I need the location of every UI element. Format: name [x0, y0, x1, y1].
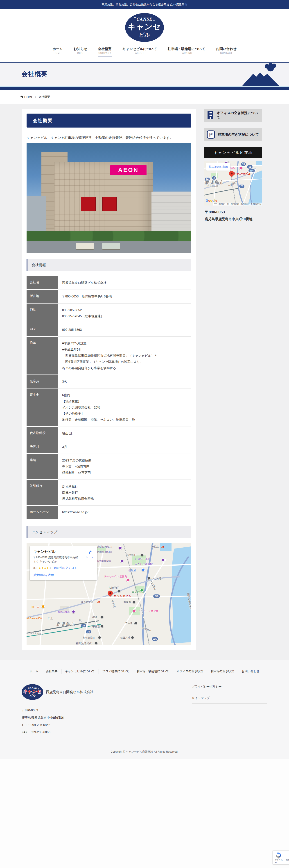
nav-item-company[interactable]: 会社概要COMPANY — [98, 47, 112, 57]
office-vacancy-button[interactable]: オフィスの空き状況について — [204, 108, 262, 122]
footer-nav: ホーム会社概要キャンセビルについてフロア構成について駐車場・駐輪場についてオフィ… — [0, 669, 289, 674]
expand-map-link[interactable]: 拡大地図を表示 — [33, 573, 94, 577]
map-label: かごしま水族館 — [135, 562, 153, 566]
copyright: Copyright © キャンセビル商業施設 All Rights Reserv… — [0, 750, 289, 754]
logo-en-row: CANSE — [134, 17, 155, 22]
reviews-link[interactable]: 108 件のクチコミ — [53, 566, 77, 570]
footer-left: CANSE キャンセ ビル 西鹿児島東口開発ビル株式会社 〒890-0053 鹿… — [22, 684, 94, 736]
map-poi-icon — [126, 579, 130, 582]
building-photo: AEON — [27, 143, 191, 253]
footer-link[interactable]: 駐車場の空き状況 — [207, 669, 238, 674]
nav-item-about[interactable]: キャンセビルについてABOUT — [122, 47, 157, 57]
map-label: 長島美術館 — [58, 611, 70, 614]
row-value: 鹿児島銀行南日本銀行鹿児島相互信用金庫他 — [58, 480, 191, 506]
recaptcha-icon — [275, 852, 282, 859]
home-icon — [20, 96, 23, 98]
footer: ホーム会社概要キャンセビルについてフロア構成について駐車場・駐輪場についてオフィ… — [0, 660, 289, 759]
map-label: 10 — [241, 162, 246, 166]
footer-link[interactable]: オフィスの空き状況 — [173, 669, 207, 674]
map-label: 武 — [79, 619, 82, 622]
footer-postal: 〒890-0053 — [22, 707, 94, 714]
map-card-address-line1: 〒890-0053 鹿児島県鹿児島市中央町 — [33, 556, 78, 559]
map-label: 中洲通 — [92, 625, 100, 628]
map-label: 鹿児島市城山 — [97, 545, 112, 548]
recaptcha-badge[interactable]: プライバシー - 利用規約 — [273, 851, 289, 864]
star-icons: ★★★★★ — [38, 566, 51, 570]
site-logo[interactable]: CANSE キャンセ ビル — [125, 13, 164, 42]
map-poi-icon — [239, 166, 243, 170]
privacy-policy-link[interactable]: プライバシーポリシー — [192, 685, 267, 692]
row-value: 西鹿児島東口開発ビル株式会社 — [58, 276, 191, 290]
bottom-spacer — [0, 759, 289, 868]
breadcrumb-separator: > — [35, 95, 37, 99]
row-label: FAX — [27, 323, 58, 337]
photo-banner — [102, 197, 117, 211]
logo-bracket-icon — [134, 17, 136, 20]
footer-link[interactable]: ホーム — [26, 669, 42, 674]
top-tagline-bar: 商業施設、業務施設、公共公益施設からなる複合用途ビル-鹿児島市 — [0, 0, 289, 9]
row-label: 代表取締役 — [27, 427, 58, 440]
main-card: 会社概要 キャンセビル、キャンセ駐車場の管理運営、不動産の維持管理、管理組合代行… — [22, 108, 196, 650]
table-row: 取引銀行鹿児島銀行南日本銀行鹿児島相互信用金庫他 — [27, 480, 191, 506]
footer-company-name: 西鹿児島東口開発ビル株式会社 — [46, 690, 94, 694]
photo-banner — [81, 197, 96, 211]
nav-item-contact[interactable]: お問い合わせCONTACT — [216, 47, 237, 57]
breadcrumb-home-label: HOME — [24, 95, 33, 99]
map-label: 荒田八幡 — [120, 636, 130, 639]
map-label: 58 — [247, 165, 253, 169]
map-poi-icon — [98, 636, 101, 639]
access-map[interactable]: キャンセビル 〒890-0053 鹿児島県鹿児島市中央町 １０ キャンセ ビル … — [27, 543, 191, 645]
building-icon — [207, 111, 214, 120]
map-label: 3 — [212, 176, 216, 180]
terms-link[interactable]: 利用規約 — [231, 203, 239, 206]
main-nav: ホームHOMEお知らせINFO会社概要COMPANYキャンセビルについてABOU… — [52, 47, 237, 57]
map-label: 市立病院前 — [82, 636, 95, 639]
breadcrumb-home-link[interactable]: HOME — [20, 95, 33, 99]
map-label: 鹿児島中央 — [81, 600, 93, 603]
map-label: 水族館口 — [127, 553, 137, 557]
footer-link[interactable]: 会社概要 — [42, 669, 61, 674]
map-label: 都通 — [92, 616, 97, 619]
table-row: 従業員3名 — [27, 375, 191, 389]
map-label: 鹿児島 — [151, 545, 159, 548]
footer-link[interactable]: 駐車場・駐輪場について — [133, 669, 173, 674]
footer-link[interactable]: お問い合わせ — [238, 669, 263, 674]
report-error-link[interactable]: 地図の誤りを報告する — [241, 203, 261, 206]
map-label: 鹿児島市 — [56, 622, 76, 627]
footer-link[interactable]: フロア構成について — [99, 669, 133, 674]
map-poi-icon — [101, 616, 104, 619]
map-label: 神田(交通局前) — [76, 642, 92, 645]
footer-address-block: 〒890-0053 鹿児島県鹿児島市中央町6番地 TEL：099-285-685… — [22, 707, 94, 736]
table-row: 業績2023年度の業績結果売上高 400百万円経常利益 46百万円 — [27, 454, 191, 480]
table-row: 代表取締役笹山 謙 — [27, 427, 191, 440]
expand-map-button[interactable]: 拡大地図を表示 — [206, 163, 230, 170]
nav-item-home[interactable]: ホームHOME — [52, 47, 63, 57]
map-poi-icon — [133, 609, 136, 613]
footer-logo[interactable]: CANSE キャンセ ビル — [22, 684, 43, 700]
map-poi-icon — [41, 605, 45, 608]
footer-address: 鹿児島県鹿児島市中央町6番地 — [22, 714, 94, 721]
sidebar-address: 鹿児島県鹿児島市中央町10番地 — [205, 217, 262, 221]
sitemap-link[interactable]: サイトマップ — [192, 696, 267, 704]
row-value: 3月 — [58, 440, 191, 454]
footer-link[interactable]: キャンセビルについて — [61, 669, 99, 674]
card-title: 会社概要 — [27, 114, 191, 128]
map-poi-icon — [134, 622, 137, 625]
footer-logo-suffix: ビル — [29, 694, 36, 698]
row-value: 099-285-6863 — [58, 323, 191, 337]
map-data-label[interactable]: 地図データ — [219, 203, 229, 206]
map-label: JR — [97, 601, 100, 603]
location-map[interactable]: 拡大地図を表示 Google 地図データ 利用規約 地図の誤りを報告する 鹿児島… — [204, 161, 262, 206]
section-access-map: アクセスマップ — [27, 526, 191, 538]
nav-item-info[interactable]: お知らせINFO — [74, 47, 87, 57]
map-label: キャンセビル — [114, 594, 132, 598]
table-row: 会社名西鹿児島東口開発ビル株式会社 — [27, 276, 191, 290]
map-label: e&Galette408 — [27, 617, 42, 620]
nav-item-parking[interactable]: 駐車場・駐輪場についてPARKING — [168, 47, 205, 57]
route-button[interactable]: ルート — [85, 550, 94, 559]
google-logo[interactable]: Google — [206, 199, 217, 203]
parking-vacancy-button[interactable]: P 駐車場の空き状況について — [204, 128, 262, 141]
map-label: 西郷隆盛洞窟 — [97, 550, 112, 553]
logo-kana-text: キャンセ — [128, 22, 161, 32]
site-tagline: 商業施設、業務施設、公共公益施設からなる複合用途ビル-鹿児島市 — [102, 3, 187, 6]
